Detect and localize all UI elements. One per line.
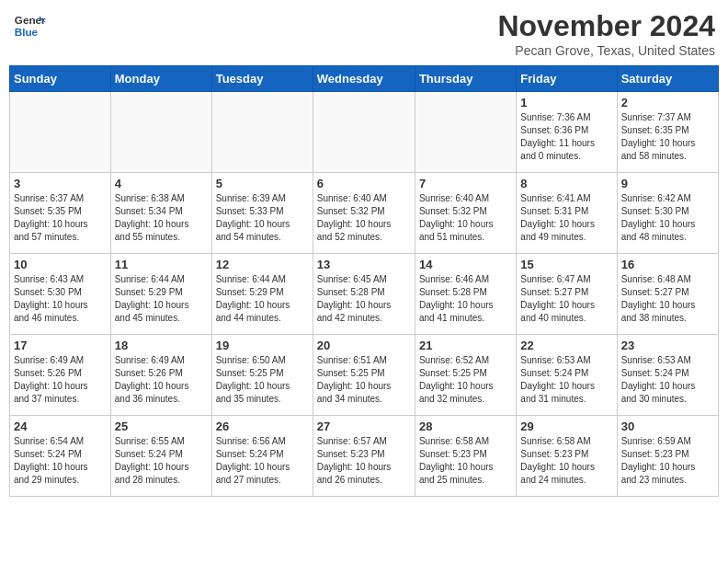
- day-info: Sunrise: 6:44 AM Sunset: 5:29 PM Dayligh…: [216, 273, 309, 325]
- svg-text:Blue: Blue: [15, 26, 39, 38]
- calendar-cell: 7Sunrise: 6:40 AM Sunset: 5:32 PM Daylig…: [415, 173, 516, 254]
- weekday-header-wednesday: Wednesday: [313, 66, 415, 92]
- calendar-cell: 28Sunrise: 6:58 AM Sunset: 5:23 PM Dayli…: [415, 416, 516, 497]
- logo: General Blue: [13, 9, 46, 42]
- day-number: 30: [621, 419, 714, 433]
- calendar-cell: 19Sunrise: 6:50 AM Sunset: 5:25 PM Dayli…: [211, 335, 313, 416]
- day-info: Sunrise: 7:36 AM Sunset: 6:36 PM Dayligh…: [520, 111, 612, 163]
- weekday-header-monday: Monday: [110, 66, 211, 92]
- month-title: November 2024: [497, 9, 715, 43]
- day-number: 11: [115, 258, 208, 271]
- day-info: Sunrise: 6:51 AM Sunset: 5:25 PM Dayligh…: [317, 354, 411, 406]
- calendar-cell: 20Sunrise: 6:51 AM Sunset: 5:25 PM Dayli…: [313, 335, 415, 416]
- calendar-cell: 10Sunrise: 6:43 AM Sunset: 5:30 PM Dayli…: [10, 254, 111, 335]
- logo-icon: General Blue: [13, 9, 46, 42]
- day-number: 25: [115, 419, 208, 433]
- calendar-cell: 12Sunrise: 6:44 AM Sunset: 5:29 PM Dayli…: [211, 254, 313, 335]
- weekday-header-friday: Friday: [517, 66, 617, 92]
- title-area: November 2024 Pecan Grove, Texas, United…: [497, 9, 715, 58]
- day-info: Sunrise: 6:49 AM Sunset: 5:26 PM Dayligh…: [14, 354, 107, 406]
- calendar-cell: 16Sunrise: 6:48 AM Sunset: 5:27 PM Dayli…: [617, 254, 718, 335]
- calendar-cell: 26Sunrise: 6:56 AM Sunset: 5:24 PM Dayli…: [211, 416, 313, 497]
- calendar-cell: [10, 92, 111, 173]
- day-info: Sunrise: 6:57 AM Sunset: 5:23 PM Dayligh…: [317, 435, 411, 487]
- calendar-cell: 30Sunrise: 6:59 AM Sunset: 5:23 PM Dayli…: [617, 416, 718, 497]
- day-info: Sunrise: 6:49 AM Sunset: 5:26 PM Dayligh…: [115, 354, 208, 406]
- calendar-cell: 29Sunrise: 6:58 AM Sunset: 5:23 PM Dayli…: [517, 416, 617, 497]
- day-info: Sunrise: 6:58 AM Sunset: 5:23 PM Dayligh…: [419, 435, 512, 487]
- day-info: Sunrise: 6:39 AM Sunset: 5:33 PM Dayligh…: [216, 192, 309, 244]
- day-number: 18: [115, 339, 208, 352]
- calendar-cell: [415, 92, 516, 173]
- calendar-cell: 5Sunrise: 6:39 AM Sunset: 5:33 PM Daylig…: [211, 173, 313, 254]
- calendar-cell: 18Sunrise: 6:49 AM Sunset: 5:26 PM Dayli…: [110, 335, 211, 416]
- week-row-2: 3Sunrise: 6:37 AM Sunset: 5:35 PM Daylig…: [10, 173, 719, 254]
- day-number: 2: [621, 96, 714, 109]
- day-info: Sunrise: 6:55 AM Sunset: 5:24 PM Dayligh…: [115, 435, 208, 487]
- day-number: 1: [520, 96, 612, 109]
- day-info: Sunrise: 6:54 AM Sunset: 5:24 PM Dayligh…: [14, 435, 107, 487]
- day-number: 4: [115, 177, 208, 190]
- calendar-cell: [313, 92, 415, 173]
- day-number: 10: [14, 258, 107, 271]
- weekday-header-tuesday: Tuesday: [211, 66, 313, 92]
- day-info: Sunrise: 6:50 AM Sunset: 5:25 PM Dayligh…: [216, 354, 309, 406]
- calendar-cell: 1Sunrise: 7:36 AM Sunset: 6:36 PM Daylig…: [517, 92, 617, 173]
- day-info: Sunrise: 6:37 AM Sunset: 5:35 PM Dayligh…: [14, 192, 107, 244]
- weekday-header-thursday: Thursday: [415, 66, 516, 92]
- week-row-5: 24Sunrise: 6:54 AM Sunset: 5:24 PM Dayli…: [10, 416, 719, 497]
- calendar-cell: 11Sunrise: 6:44 AM Sunset: 5:29 PM Dayli…: [110, 254, 211, 335]
- day-number: 15: [520, 258, 612, 271]
- day-info: Sunrise: 6:41 AM Sunset: 5:31 PM Dayligh…: [520, 192, 612, 244]
- day-number: 16: [621, 258, 714, 271]
- calendar-cell: 3Sunrise: 6:37 AM Sunset: 5:35 PM Daylig…: [10, 173, 111, 254]
- day-number: 27: [317, 419, 411, 433]
- day-info: Sunrise: 6:40 AM Sunset: 5:32 PM Dayligh…: [317, 192, 411, 244]
- calendar-cell: 17Sunrise: 6:49 AM Sunset: 5:26 PM Dayli…: [10, 335, 111, 416]
- calendar-table: SundayMondayTuesdayWednesdayThursdayFrid…: [9, 65, 719, 497]
- calendar-cell: 14Sunrise: 6:46 AM Sunset: 5:28 PM Dayli…: [415, 254, 516, 335]
- day-info: Sunrise: 6:44 AM Sunset: 5:29 PM Dayligh…: [115, 273, 208, 325]
- calendar-cell: 22Sunrise: 6:53 AM Sunset: 5:24 PM Dayli…: [517, 335, 617, 416]
- calendar-cell: 24Sunrise: 6:54 AM Sunset: 5:24 PM Dayli…: [10, 416, 111, 497]
- day-info: Sunrise: 6:42 AM Sunset: 5:30 PM Dayligh…: [621, 192, 714, 244]
- weekday-header-saturday: Saturday: [617, 66, 718, 92]
- calendar-cell: 9Sunrise: 6:42 AM Sunset: 5:30 PM Daylig…: [617, 173, 718, 254]
- day-info: Sunrise: 6:58 AM Sunset: 5:23 PM Dayligh…: [520, 435, 612, 487]
- calendar-cell: 27Sunrise: 6:57 AM Sunset: 5:23 PM Dayli…: [313, 416, 415, 497]
- day-number: 19: [216, 339, 309, 352]
- page-header: General Blue November 2024 Pecan Grove, …: [9, 9, 719, 58]
- day-number: 22: [520, 339, 612, 352]
- day-number: 26: [216, 419, 309, 433]
- weekday-header-sunday: Sunday: [10, 66, 111, 92]
- location: Pecan Grove, Texas, United States: [497, 43, 715, 58]
- calendar-cell: [211, 92, 313, 173]
- day-number: 24: [14, 419, 107, 433]
- day-info: Sunrise: 6:56 AM Sunset: 5:24 PM Dayligh…: [216, 435, 309, 487]
- calendar-cell: 2Sunrise: 7:37 AM Sunset: 6:35 PM Daylig…: [617, 92, 718, 173]
- calendar-cell: 13Sunrise: 6:45 AM Sunset: 5:28 PM Dayli…: [313, 254, 415, 335]
- calendar-cell: [110, 92, 211, 173]
- day-number: 14: [419, 258, 512, 271]
- day-info: Sunrise: 6:40 AM Sunset: 5:32 PM Dayligh…: [419, 192, 512, 244]
- day-info: Sunrise: 6:53 AM Sunset: 5:24 PM Dayligh…: [520, 354, 612, 406]
- day-number: 6: [317, 177, 411, 190]
- day-number: 12: [216, 258, 309, 271]
- day-number: 28: [419, 419, 512, 433]
- calendar-cell: 21Sunrise: 6:52 AM Sunset: 5:25 PM Dayli…: [415, 335, 516, 416]
- week-row-1: 1Sunrise: 7:36 AM Sunset: 6:36 PM Daylig…: [10, 92, 719, 173]
- day-number: 21: [419, 339, 512, 352]
- calendar-cell: 4Sunrise: 6:38 AM Sunset: 5:34 PM Daylig…: [110, 173, 211, 254]
- day-info: Sunrise: 6:48 AM Sunset: 5:27 PM Dayligh…: [621, 273, 714, 325]
- day-number: 5: [216, 177, 309, 190]
- day-info: Sunrise: 6:52 AM Sunset: 5:25 PM Dayligh…: [419, 354, 512, 406]
- week-row-3: 10Sunrise: 6:43 AM Sunset: 5:30 PM Dayli…: [10, 254, 719, 335]
- day-number: 8: [520, 177, 612, 190]
- day-number: 3: [14, 177, 107, 190]
- calendar-cell: 25Sunrise: 6:55 AM Sunset: 5:24 PM Dayli…: [110, 416, 211, 497]
- calendar-cell: 8Sunrise: 6:41 AM Sunset: 5:31 PM Daylig…: [517, 173, 617, 254]
- day-info: Sunrise: 6:46 AM Sunset: 5:28 PM Dayligh…: [419, 273, 512, 325]
- day-info: Sunrise: 6:38 AM Sunset: 5:34 PM Dayligh…: [115, 192, 208, 244]
- day-number: 9: [621, 177, 714, 190]
- day-info: Sunrise: 6:43 AM Sunset: 5:30 PM Dayligh…: [14, 273, 107, 325]
